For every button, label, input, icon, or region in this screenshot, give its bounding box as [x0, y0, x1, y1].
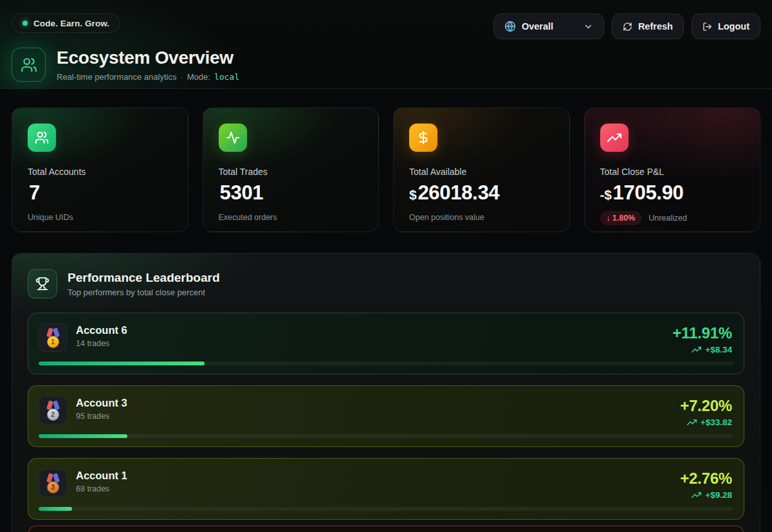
stat-card-total-available: Total Available $26018.34 Open positions… [393, 107, 570, 232]
stat-sublabel: Open positions value [409, 213, 554, 222]
status-dot-icon [23, 21, 28, 26]
leaderboard-row-left: 2 Account 3 95 trades [39, 396, 127, 446]
leaderboard-row-right: +11.91% +$8.34 [672, 324, 732, 374]
stat-card-total-accounts: Total Accounts 7 Unique UIDs [12, 107, 188, 232]
account-info: Account 3 95 trades [76, 396, 127, 446]
progress-track [39, 362, 733, 366]
subtitle-text: Real-time performance analytics [57, 72, 176, 82]
trending-up-icon [692, 490, 701, 500]
stat-value-number: 1705.90 [613, 181, 684, 204]
stat-value-number: 26018.34 [418, 181, 499, 204]
logout-button[interactable]: Logout [692, 14, 760, 39]
close-pnl-value: +$8.34 [705, 345, 732, 354]
gold-medal-icon: 1 [39, 324, 67, 352]
leaderboard-row-right: +7.20% +$33.82 [680, 396, 732, 446]
topbar: Code. Earn. Grow. Overall Refresh [12, 14, 760, 39]
stat-label: Total Close P&L [600, 167, 745, 177]
brand-badge: Code. Earn. Grow. [12, 14, 120, 33]
header-main: Ecosystem Overview Real-time performance… [12, 48, 760, 82]
chevron-down-icon [584, 22, 593, 32]
progress-track [39, 507, 733, 511]
stat-label: Total Accounts [28, 167, 172, 177]
stats-grid: Total Accounts 7 Unique UIDs Total Trade… [12, 107, 760, 232]
close-pnl: +$8.34 [672, 345, 732, 354]
progress-fill [39, 434, 127, 439]
logout-button-label: Logout [718, 21, 749, 32]
trending-up-icon [692, 345, 701, 354]
scope-select-value: Overall [522, 21, 553, 32]
stat-sublabel: Unique UIDs [28, 213, 172, 222]
header-section: Code. Earn. Grow. Overall Refresh [0, 0, 772, 89]
trophy-icon [28, 269, 57, 298]
close-pnl: +$9.28 [680, 490, 732, 500]
progress-track [39, 434, 733, 439]
leaderboard-header-text: Performance Leaderboard Top performers b… [68, 271, 220, 297]
stat-sublabel: Unrealized [648, 214, 687, 223]
change-badge: ↓1.80% [600, 211, 642, 225]
close-percent: +11.91% [672, 324, 732, 342]
account-name: Account 6 [76, 324, 127, 336]
close-pnl: +$33.82 [680, 417, 732, 427]
leaderboard-header: Performance Leaderboard Top performers b… [12, 253, 760, 311]
leaderboard-row-partial [28, 526, 744, 532]
mode-value: local [214, 72, 239, 82]
leaderboard-row-3: 3 Account 1 68 trades +2.76% +$9.28 [28, 458, 744, 520]
stat-value-number: 5301 [220, 181, 264, 204]
main-content: Total Accounts 7 Unique UIDs Total Trade… [0, 107, 772, 532]
stat-sub-row: ↓1.80% Unrealized [600, 211, 745, 225]
leaderboard-row-left: 3 Account 1 68 trades [39, 469, 127, 519]
change-badge-value: 1.80% [612, 214, 635, 223]
leaderboard-rows: 1 Account 6 14 trades +11.91% +$8.34 [12, 311, 760, 532]
stat-value: -$1705.90 [600, 182, 745, 206]
dollar-icon [409, 124, 437, 152]
refresh-button-label: Refresh [638, 21, 673, 32]
account-trades: 95 trades [76, 412, 127, 421]
stat-value-number: 7 [29, 181, 40, 204]
leaderboard-subtitle: Top performers by total close percent [68, 288, 220, 297]
progress-fill [39, 507, 72, 511]
account-name: Account 1 [76, 470, 127, 482]
topbar-actions: Overall Refresh Logout [493, 14, 760, 39]
globe-icon [504, 21, 516, 32]
account-trades: 14 trades [76, 339, 127, 348]
mode-label: Mode: [187, 72, 210, 82]
stat-value-prefix: -$ [600, 187, 612, 202]
rank-number: 2 [47, 408, 59, 421]
account-info: Account 6 14 trades [76, 324, 127, 374]
close-pnl-value: +$33.82 [701, 417, 732, 427]
stat-label: Total Available [409, 167, 554, 177]
stat-card-total-trades: Total Trades 5301 Executed orders [203, 107, 380, 232]
refresh-icon [623, 22, 632, 32]
silver-medal-icon: 2 [39, 396, 67, 425]
users-icon [12, 48, 46, 82]
page-subtitle: Real-time performance analytics · Mode: … [57, 72, 239, 82]
progress-fill [39, 362, 205, 366]
brand-label: Code. Earn. Grow. [33, 19, 109, 28]
account-info: Account 1 68 trades [76, 469, 127, 519]
account-trades: 68 trades [76, 484, 127, 493]
leaderboard-row-1: 1 Account 6 14 trades +11.91% +$8.34 [28, 313, 744, 374]
leaderboard-title: Performance Leaderboard [68, 271, 220, 285]
refresh-button[interactable]: Refresh [612, 14, 684, 39]
rank-number: 3 [47, 481, 59, 493]
stat-value: 5301 [219, 182, 363, 206]
users-icon [28, 124, 56, 152]
logout-icon [703, 22, 712, 32]
stat-value: 7 [28, 182, 172, 206]
account-name: Account 3 [76, 397, 127, 409]
bronze-medal-icon: 3 [39, 469, 67, 497]
stat-value-prefix: $ [409, 187, 416, 202]
stat-card-total-close-pnl: Total Close P&L -$1705.90 ↓1.80% Unreali… [584, 107, 761, 232]
trending-up-icon [600, 124, 629, 152]
stat-sublabel: Executed orders [219, 213, 363, 222]
arrow-down-icon: ↓ [607, 214, 611, 223]
close-pnl-value: +$9.28 [705, 490, 732, 500]
page-title: Ecosystem Overview [57, 48, 239, 68]
rank-number: 1 [47, 336, 59, 348]
leaderboard-row-left: 1 Account 6 14 trades [39, 324, 127, 374]
stat-value: $26018.34 [409, 182, 554, 206]
leaderboard-row-2: 2 Account 3 95 trades +7.20% +$33.82 [28, 385, 744, 447]
trending-up-icon [687, 417, 697, 427]
leaderboard-row-right: +2.76% +$9.28 [680, 469, 732, 519]
scope-select[interactable]: Overall [493, 14, 604, 39]
